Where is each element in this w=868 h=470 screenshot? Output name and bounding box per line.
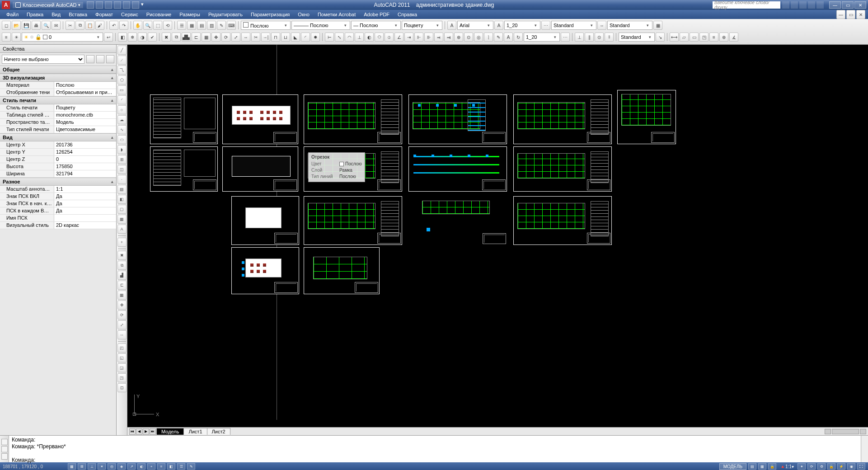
mleader-icon[interactable]: ↘ xyxy=(656,33,665,42)
construction-line-icon[interactable]: ⟋ xyxy=(117,56,127,65)
anno-visibility-icon[interactable]: ✦ xyxy=(798,463,806,470)
open-icon[interactable]: 📂 xyxy=(12,21,21,30)
prop-val[interactable]: 2D каркас xyxy=(54,222,116,229)
hatch-icon[interactable]: ▨ xyxy=(117,185,127,194)
command-line-text[interactable]: Команда: Команда: *Прервано* Команда: xyxy=(9,436,861,462)
search-go-icon[interactable] xyxy=(782,1,789,9)
subscription-icon[interactable] xyxy=(791,1,798,9)
add-selected-icon[interactable]: + xyxy=(117,238,127,247)
dim-radius-icon[interactable]: ◐ xyxy=(365,33,374,42)
mod-array-icon[interactable]: ▦ xyxy=(117,291,127,300)
pan-icon[interactable]: ✋ xyxy=(133,21,142,30)
rotate-icon[interactable]: ⟳ xyxy=(221,33,230,42)
gradient-icon[interactable]: ◧ xyxy=(117,195,127,204)
tool4-icon[interactable]: ◳ xyxy=(117,373,127,382)
mod-copy-icon[interactable]: ⧉ xyxy=(117,261,127,270)
copy-icon[interactable]: ⧉ xyxy=(75,21,84,30)
menu-draw[interactable]: Рисование xyxy=(143,11,175,18)
dim-aligned-icon[interactable]: ⤡ xyxy=(335,33,344,42)
close-button[interactable]: ✕ xyxy=(854,1,866,9)
text-style-icon[interactable]: A xyxy=(447,21,456,30)
prop-group-header[interactable]: Вид▴ xyxy=(0,133,116,141)
prop-val[interactable]: Да xyxy=(54,200,116,207)
3dosnap-toggle[interactable]: ◈ xyxy=(117,463,126,470)
menu-adobe-pdf[interactable]: Adobe PDF xyxy=(360,11,393,18)
offset-icon[interactable]: ⊏ xyxy=(192,33,201,42)
mod-move-icon[interactable]: ✥ xyxy=(117,301,127,310)
favorite-icon[interactable] xyxy=(808,1,815,9)
tool1-icon[interactable]: ◰ xyxy=(117,343,127,352)
print-icon[interactable]: 🖶 xyxy=(32,21,41,30)
mod-scale-icon[interactable]: ⤢ xyxy=(117,320,127,329)
dim-arc-icon[interactable]: ◠ xyxy=(345,33,354,42)
prop-val[interactable]: Да xyxy=(54,193,116,200)
qat-undo-icon[interactable] xyxy=(114,1,121,9)
prop-row[interactable]: Визуальный стиль2D каркас xyxy=(0,222,116,229)
layer-previous-icon[interactable]: ↩ xyxy=(104,33,113,42)
region-icon[interactable]: ▢ xyxy=(117,205,127,214)
minimize-button[interactable]: — xyxy=(829,1,841,9)
dim-edit-icon[interactable]: ✎ xyxy=(494,33,503,42)
prop-row[interactable]: ПСК в каждом ВЭкранеДа xyxy=(0,207,116,215)
rectangle-icon[interactable]: ▭ xyxy=(117,85,127,94)
menu-file[interactable]: Файл xyxy=(3,11,22,18)
quickview-layouts-icon[interactable]: ▤ xyxy=(748,463,756,470)
prop-val[interactable]: 0 xyxy=(54,156,116,163)
color-select[interactable]: Послою▾ xyxy=(241,21,291,30)
polar-toggle[interactable]: ✶ xyxy=(98,463,106,470)
prop-row[interactable]: Масштаб аннотаций1:1 xyxy=(0,186,116,193)
otrack-toggle[interactable]: ↗ xyxy=(127,463,136,470)
measure-region-icon[interactable]: ▭ xyxy=(690,33,699,42)
cut-icon[interactable]: ✂ xyxy=(66,21,75,30)
selection-combo[interactable]: Ничего не выбрано xyxy=(2,55,84,64)
measure-volume-icon[interactable]: ◳ xyxy=(699,33,708,42)
prop-group-header[interactable]: Общие▴ xyxy=(0,66,116,74)
ellipse-arc-icon[interactable]: ◗ xyxy=(117,145,127,154)
prop-row[interactable]: Ширина321794 xyxy=(0,170,116,178)
extend-icon[interactable]: →| xyxy=(261,33,270,42)
measure-dist-icon[interactable]: ⟷ xyxy=(670,33,679,42)
markup-icon[interactable]: ✎ xyxy=(217,21,226,30)
dim-quick-icon[interactable]: ⇥ xyxy=(404,33,413,42)
mod-offset-icon[interactable]: ⊏ xyxy=(117,281,127,290)
mod-mirror-icon[interactable]: ▟ xyxy=(117,271,127,280)
measure-id-icon[interactable]: ⊕ xyxy=(719,33,728,42)
prop-row[interactable]: Знак ПСК в нач. коорд.Да xyxy=(0,200,116,207)
text-height-icon[interactable]: A xyxy=(494,21,503,30)
snap-toggle[interactable]: ▦ xyxy=(68,463,76,470)
undo-icon[interactable]: ↶ xyxy=(109,21,118,30)
linetype-select[interactable]: ——— Послою▾ xyxy=(291,21,350,30)
prop-val[interactable]: 126254 xyxy=(54,149,116,155)
prop-row[interactable]: Центр Z0 xyxy=(0,156,116,163)
status-coords[interactable]: 188701 , 179120 , 0 xyxy=(3,464,66,469)
dim-break-icon[interactable]: ⫥ xyxy=(444,33,453,42)
tab-scrollbar[interactable] xyxy=(825,429,866,434)
osnap-toggle[interactable]: ◎ xyxy=(108,463,116,470)
prop-row[interactable]: Знак ПСК ВКЛДа xyxy=(0,193,116,200)
menu-insert[interactable]: Вставка xyxy=(65,11,91,18)
dim-angular-icon[interactable]: ∠ xyxy=(394,33,404,42)
prop-val[interactable]: Поцвету xyxy=(54,104,116,111)
toolbar-lock-icon[interactable]: 🔓 xyxy=(827,463,835,470)
qp-toggle[interactable]: ☰ xyxy=(177,463,185,470)
prop-val[interactable]: 1:1 xyxy=(54,186,116,193)
anno-autoscale-icon[interactable]: ⟳ xyxy=(807,463,816,470)
arc-icon[interactable]: ◜ xyxy=(117,95,127,104)
text-style-select[interactable]: Standard▾ xyxy=(551,21,596,30)
new-icon[interactable]: ◻ xyxy=(2,21,11,30)
layer-manager-icon[interactable]: ≡ xyxy=(2,33,11,42)
prop-row[interactable]: Отображение тениОтбрасываемая и приним..… xyxy=(0,89,116,96)
make-block-icon[interactable]: ◫ xyxy=(117,165,127,174)
prop-row[interactable]: Таблица стилей печа...monochrome.ctb xyxy=(0,112,116,119)
menu-edit[interactable]: Правка xyxy=(23,11,47,18)
maximize-button[interactable]: ▭ xyxy=(842,1,854,9)
prop-row[interactable]: Имя ПСК xyxy=(0,215,116,222)
menu-parametric[interactable]: Параметризация xyxy=(247,11,293,18)
mdi-close-button[interactable]: ✕ xyxy=(856,10,865,19)
table-manage-icon[interactable]: ▦ xyxy=(653,21,662,30)
tool5-icon[interactable]: ⊡ xyxy=(117,383,127,392)
polyline-icon[interactable]: ⺄ xyxy=(117,66,127,75)
jogged-linear-icon[interactable]: ⦚ xyxy=(484,33,493,42)
properties-panel-header[interactable]: Свойства xyxy=(0,45,116,53)
prop-val[interactable]: 201736 xyxy=(54,141,116,148)
